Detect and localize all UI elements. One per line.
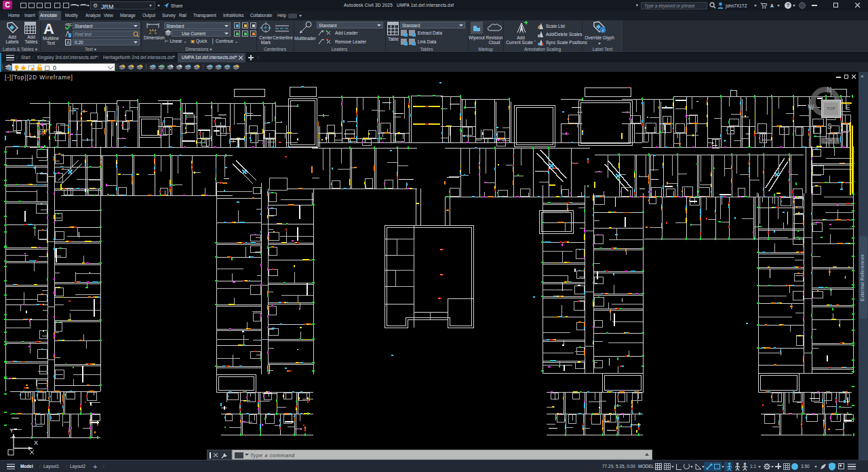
svg-text:Y: Y (9, 427, 14, 434)
svg-text:i: i (602, 28, 604, 33)
svg-text:X: X (34, 439, 38, 446)
